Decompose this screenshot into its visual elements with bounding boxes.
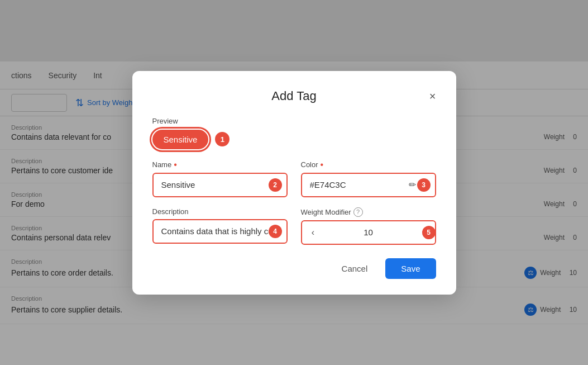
weight-decrement-button[interactable]: ‹ [302, 221, 324, 244]
description-input[interactable] [152, 219, 288, 244]
edit-icon[interactable]: ✏ [409, 179, 416, 190]
preview-label: Preview [152, 117, 436, 125]
step-1-badge: 1 [215, 132, 230, 146]
step-4-badge: 4 [269, 225, 282, 238]
description-label: Description [152, 207, 288, 216]
help-icon[interactable]: ? [353, 207, 363, 217]
name-label: Name • [152, 160, 288, 169]
step-3-badge: 3 [417, 178, 431, 192]
name-field: Name • 2 [152, 160, 288, 197]
cancel-button[interactable]: Cancel [331, 258, 379, 279]
close-button[interactable]: × [429, 91, 436, 102]
preview-area: Sensitive 1 [152, 130, 436, 149]
weight-value: 10 [324, 227, 413, 237]
modal-actions: Cancel Save [152, 258, 436, 279]
weight-input-wrapper: ‹ 10 › 5 [301, 220, 436, 245]
name-input-wrapper: 2 [152, 173, 288, 197]
description-field: Description 4 [152, 207, 288, 245]
color-input-wrapper: ✏ 3 [301, 173, 436, 197]
save-button[interactable]: Save [385, 258, 436, 279]
weight-label: Weight Modifier ? [301, 207, 436, 217]
color-label: Color • [301, 160, 436, 169]
form-grid: Name • 2 Color • ✏ 3 Description [152, 160, 436, 245]
step-2-badge: 2 [269, 178, 282, 192]
preview-tag: Sensitive [152, 130, 209, 149]
weight-modifier-field: Weight Modifier ? ‹ 10 › 5 [301, 207, 436, 245]
required-indicator: • [174, 160, 177, 169]
name-input[interactable] [152, 173, 288, 197]
color-field: Color • ✏ 3 [301, 160, 436, 197]
step-5-badge: 5 [422, 226, 436, 239]
modal-title: Add Tag [271, 89, 316, 103]
required-indicator: • [321, 160, 324, 169]
description-input-wrapper: 4 [152, 219, 288, 244]
add-tag-modal: Add Tag × Preview Sensitive 1 Name • 2 C… [132, 71, 456, 295]
modal-header: Add Tag × [152, 89, 436, 103]
